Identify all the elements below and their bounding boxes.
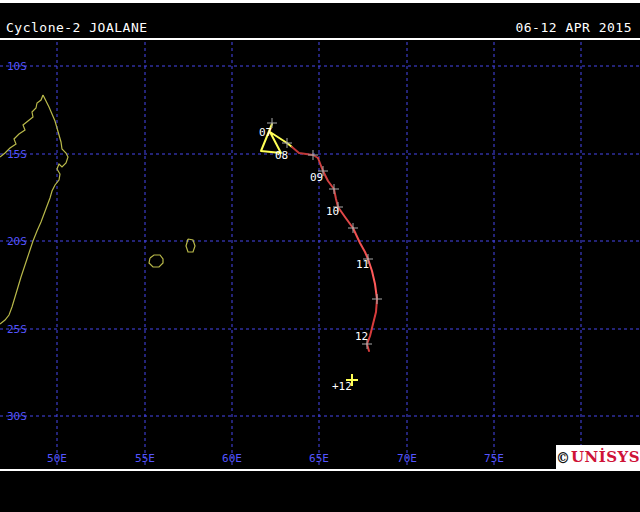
track-date-label: 07	[259, 126, 272, 139]
lon-label: 65E	[309, 452, 329, 465]
cyclone-track-page: Cyclone-2 JOALANE 06-12 APR 2015 10S15S2…	[0, 0, 640, 512]
madagascar-east-coast	[0, 95, 68, 324]
track-date-labels: 070809101112+12	[259, 126, 369, 393]
lon-label: 75E	[484, 452, 504, 465]
position-marker	[308, 150, 318, 160]
track-segment	[353, 228, 368, 259]
coastline-layer	[0, 95, 195, 324]
track-date-label: 10	[326, 205, 339, 218]
track-date-label: 09	[310, 171, 323, 184]
track-date-label: 08	[275, 149, 288, 162]
track-map: 10S15S20S25S30S50E55E60E65E70E75E0708091…	[0, 0, 640, 512]
unisys-logo-text: UNİSYS	[571, 450, 640, 465]
lon-label: 60E	[222, 452, 242, 465]
axis-labels: 10S15S20S25S30S50E55E60E65E70E75E	[7, 60, 504, 465]
grid-layer	[0, 42, 640, 468]
track-segment	[368, 259, 377, 299]
track-date-label: 11	[356, 258, 369, 271]
lat-label: 30S	[7, 410, 27, 423]
lon-label: 55E	[135, 452, 155, 465]
copyright-icon: ©	[556, 451, 570, 465]
unisys-logo[interactable]: © UNİSYS	[556, 445, 640, 470]
track-segment	[338, 207, 353, 228]
lon-label: 50E	[47, 452, 67, 465]
position-marker	[372, 294, 382, 304]
lat-label: 10S	[7, 60, 27, 73]
lat-label: 25S	[7, 323, 27, 336]
lat-label: 15S	[7, 148, 27, 161]
lat-label: 20S	[7, 235, 27, 248]
track-segment	[292, 147, 318, 158]
lon-label: 70E	[397, 452, 417, 465]
map-bottom-border	[0, 469, 640, 471]
track-date-label: +12	[332, 380, 352, 393]
mauritius-island	[186, 239, 195, 252]
reunion-island	[149, 255, 163, 267]
track-segment	[367, 299, 377, 351]
track-date-label: 12	[355, 330, 368, 343]
